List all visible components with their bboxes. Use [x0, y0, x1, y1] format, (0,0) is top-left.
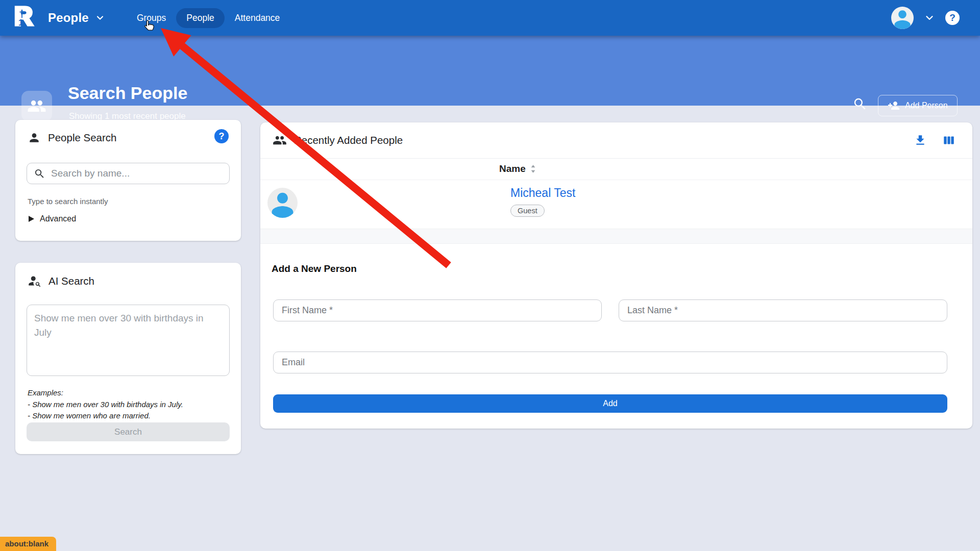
context-switcher[interactable]: People [48, 11, 105, 25]
add-person-label: Add Person [905, 101, 948, 110]
add-submit-button[interactable]: Add [273, 394, 947, 413]
advanced-toggle[interactable]: Advanced [28, 214, 76, 223]
person-search-icon [28, 274, 41, 288]
person-icon [891, 7, 914, 29]
columns-icon[interactable] [942, 134, 955, 147]
people-search-header: People Search [28, 131, 116, 144]
status-url-badge: about:blank [0, 537, 56, 551]
person-link[interactable]: Micheal Test [510, 186, 575, 199]
table-footer-band [260, 229, 972, 244]
grid-actions [914, 134, 955, 147]
recent-people-header: Recently Added People [273, 122, 403, 158]
ai-search-button[interactable]: Search [27, 422, 230, 441]
add-person-button[interactable]: Add Person [878, 95, 958, 116]
page-header: Search People Showing 1 most recent peop… [0, 36, 980, 106]
navbar-right: ? [891, 7, 960, 29]
top-navbar: R † 1 People Groups People Attendance ? [0, 0, 980, 36]
people-search-help-icon[interactable]: ? [214, 129, 229, 143]
name-search-box [27, 163, 230, 184]
advanced-label: Advanced [40, 214, 76, 223]
add-form-name-row [273, 299, 947, 321]
table-row[interactable]: Micheal Test Guest [260, 180, 972, 229]
triangle-right-icon [28, 215, 35, 222]
name-search-input[interactable] [51, 168, 223, 179]
chevron-down-icon [95, 13, 105, 23]
header-search-icon[interactable] [852, 96, 868, 112]
ai-example-line: - Show me men over 30 with birthdays in … [28, 399, 183, 411]
search-icon [34, 168, 45, 180]
ai-prompt-textarea[interactable] [27, 305, 230, 376]
ai-examples-title: Examples: [28, 387, 183, 399]
ai-search-header: AI Search [28, 274, 94, 288]
add-form-email-row [273, 352, 947, 373]
user-avatar[interactable] [891, 7, 914, 29]
recent-people-title: Recently Added People [294, 134, 403, 146]
ai-examples: Examples: - Show me men over 30 with bir… [28, 387, 183, 422]
people-search-card: People Search ? Type to search instantly… [15, 120, 241, 241]
recently-added-people-card: Recently Added People Name Micheal Test … [260, 122, 972, 429]
ai-search-title: AI Search [48, 275, 94, 287]
context-switcher-label: People [48, 11, 89, 25]
people-group-icon [27, 96, 46, 116]
page-icon-box [21, 91, 52, 121]
sort-icon [529, 164, 537, 174]
email-field[interactable] [273, 352, 947, 373]
add-form-title: Add a New Person [272, 263, 357, 274]
people-group-icon [273, 133, 287, 147]
nav-item-people[interactable]: People [176, 8, 225, 28]
download-icon[interactable] [914, 134, 927, 147]
people-search-title: People Search [48, 132, 116, 144]
ai-example-line: - Show me women who are married. [28, 410, 183, 422]
person-add-icon [888, 99, 900, 112]
row-avatar [267, 188, 298, 218]
first-name-field[interactable] [273, 299, 602, 321]
account-chevron-down-icon[interactable] [924, 12, 935, 23]
status-badge: Guest [510, 205, 545, 217]
ai-search-card: AI Search Examples: - Show me men over 3… [15, 263, 241, 454]
main-nav: Groups People Attendance [127, 8, 290, 28]
logo-badge: 1 [18, 18, 23, 28]
person-icon [28, 131, 41, 144]
last-name-field[interactable] [619, 299, 947, 321]
help-icon[interactable]: ? [945, 11, 960, 25]
rock-logo[interactable]: R † 1 [14, 5, 40, 31]
page-title: Search People [68, 83, 187, 103]
nav-item-groups[interactable]: Groups [127, 8, 176, 28]
search-hint: Type to search instantly [28, 197, 108, 206]
table-header-row: Name [260, 158, 972, 180]
name-column-header[interactable]: Name [499, 163, 537, 174]
person-icon [267, 188, 298, 218]
row-name-cell: Micheal Test Guest [510, 186, 575, 217]
name-column-label: Name [499, 163, 526, 174]
nav-item-attendance[interactable]: Attendance [225, 8, 290, 28]
